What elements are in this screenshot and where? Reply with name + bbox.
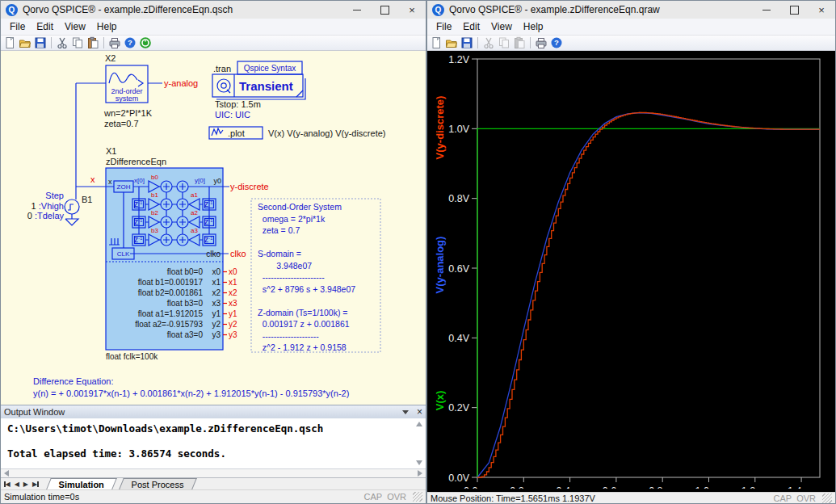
scroll-up-icon[interactable]: [416, 422, 422, 426]
trace-label-vydiscrete[interactable]: V(y-discrete): [434, 96, 446, 160]
menu-item-view[interactable]: View: [59, 19, 91, 34]
maximize-button[interactable]: [371, 1, 398, 19]
trace-label-vyanalog[interactable]: V(y-analog): [434, 237, 446, 294]
x2-param-wn[interactable]: wn=2*PI*1K: [103, 108, 153, 118]
horizontal-scrollbar[interactable]: [1, 469, 426, 477]
tab-prev-button[interactable]: ◀: [15, 481, 19, 488]
net-label-y-analog[interactable]: y-analog: [164, 78, 198, 88]
tran-tstop: Tstop: 1.5m: [215, 99, 261, 109]
x-tick-label: 0.8ms: [649, 485, 676, 489]
menu-item-edit[interactable]: Edit: [457, 19, 485, 34]
print-icon[interactable]: [535, 36, 548, 49]
net-label-y1[interactable]: y1: [229, 309, 237, 318]
console-output[interactable]: C:\Users\timot\Downloads\example.zDiffer…: [1, 418, 426, 469]
net-label-x2[interactable]: x2: [229, 288, 237, 297]
info-box[interactable]: Second-Order System omega = 2*pi*1k zeta…: [251, 199, 380, 352]
plot-directive[interactable]: .plot V(x) V(y-analog) V(y-discrete): [209, 127, 385, 139]
tab-post-process[interactable]: Post Process: [119, 478, 196, 489]
float-declaration: float b2=0.001861: [138, 288, 204, 297]
cut-icon[interactable]: [482, 36, 495, 49]
diff-eq-title[interactable]: Difference Equation:: [33, 376, 113, 386]
float-declaration: float a2=-0.915793: [135, 320, 203, 329]
plot-svg[interactable]: 0.0V0.2V0.4V0.6V0.8V1.0V1.2V0.0ms0.2ms0.…: [427, 51, 835, 489]
scroll-left-icon[interactable]: [4, 470, 9, 477]
tab-next-button[interactable]: ▶: [23, 481, 28, 488]
trace-vyanalog[interactable]: [477, 113, 820, 478]
new-file-icon[interactable]: [430, 36, 443, 49]
close-button[interactable]: ×: [808, 1, 835, 19]
scroll-right-icon[interactable]: [418, 470, 422, 477]
resize-grip[interactable]: [413, 492, 422, 502]
schematic-svg[interactable]: X2 2nd-order system wn=2*PI*1K zeta=0.7 …: [1, 51, 426, 405]
x2-param-zeta[interactable]: zeta=0.7: [104, 119, 139, 128]
schematic-canvas[interactable]: X2 2nd-order system wn=2*PI*1K zeta=0.7 …: [1, 51, 426, 405]
b-coeff-label: b1: [151, 191, 158, 199]
save-icon[interactable]: [460, 36, 473, 49]
minimize-button[interactable]: [343, 1, 371, 19]
float-pin: y2: [212, 320, 221, 329]
open-icon[interactable]: [445, 36, 458, 49]
net-label-y-discrete[interactable]: y-discrete: [230, 182, 269, 191]
menu-item-file[interactable]: File: [4, 19, 31, 34]
menu-item-help[interactable]: Help: [91, 19, 123, 34]
help-icon[interactable]: ?: [550, 36, 563, 49]
menu-item-edit[interactable]: Edit: [31, 19, 59, 34]
b-coeff-label: b0: [151, 174, 158, 181]
help-icon[interactable]: ?: [124, 36, 137, 49]
run-icon[interactable]: [139, 36, 152, 49]
net-label-x[interactable]: x: [90, 174, 95, 184]
net-label-clko[interactable]: clko: [230, 249, 246, 258]
tran-directive[interactable]: .tran Qspice Syntax Transient Tstop: 1.5…: [212, 61, 305, 120]
scroll-down-icon[interactable]: [416, 460, 422, 465]
toolbar: ?: [1, 36, 426, 51]
net-label-y2[interactable]: y2: [229, 320, 237, 329]
net-label-x1[interactable]: x1: [229, 278, 237, 287]
titlebar[interactable]: Q Qorvo QSPICE® - example.zDifferenceEqn…: [427, 1, 835, 19]
b1-vhigh[interactable]: 1 :Vhigh: [32, 201, 64, 211]
print-icon[interactable]: [108, 36, 121, 49]
output-close-icon[interactable]: ×: [417, 408, 422, 416]
dropdown-caret-icon[interactable]: [402, 410, 409, 414]
waveform-plot-canvas[interactable]: 0.0V0.2V0.4V0.6V0.8V1.0V1.2V0.0ms0.2ms0.…: [427, 51, 835, 492]
x-tick-label: 0.2ms: [510, 485, 537, 489]
minimize-button[interactable]: [753, 1, 780, 19]
window-title: Qorvo QSPICE® - example.zDifferenceEqn.q…: [23, 4, 343, 15]
output-window-header[interactable]: Output Window ×: [1, 405, 426, 418]
resize-grip[interactable]: [822, 494, 832, 503]
x1-component[interactable]: X1 zDifferenceEqn x ZOH x[0] y[0] y0 CLK…: [106, 146, 237, 361]
net-label-y3[interactable]: y3: [229, 330, 237, 339]
save-icon[interactable]: [34, 36, 47, 49]
trace-vydiscrete[interactable]: [477, 113, 820, 478]
trace-vx[interactable]: [477, 128, 820, 477]
b1-step-label: Step: [45, 191, 64, 200]
net-label-x0[interactable]: x0: [229, 267, 237, 276]
cut-icon[interactable]: [56, 36, 69, 49]
copy-icon[interactable]: [498, 36, 510, 49]
new-file-icon[interactable]: [3, 36, 16, 49]
menu-item-view[interactable]: View: [485, 19, 518, 34]
float-declaration: float b0=0: [167, 267, 204, 276]
menu-item-help[interactable]: Help: [518, 19, 549, 34]
tab-first-button[interactable]: ◀: [4, 481, 11, 488]
x2-component[interactable]: X2 2nd-order system wn=2*PI*1K zeta=0.7: [103, 53, 153, 128]
diff-eq-text[interactable]: y(n) = + 0.001917*x(n-1) + 0.001861*x(n-…: [33, 388, 349, 398]
maximize-button[interactable]: [780, 1, 808, 19]
net-label-x3[interactable]: x3: [229, 299, 237, 308]
open-icon[interactable]: [19, 36, 32, 49]
tran-tab: Qspice Syntax: [244, 64, 296, 73]
paste-icon[interactable]: [513, 36, 526, 49]
close-button[interactable]: ×: [398, 1, 426, 19]
menu-item-file[interactable]: File: [431, 19, 457, 34]
b1-source[interactable]: B1 Step 1 :Vhigh 0 :Tdelay: [27, 191, 93, 225]
copy-icon[interactable]: [71, 36, 84, 49]
x1-fclk[interactable]: float fclk=100k: [106, 352, 158, 361]
trace-label-vx[interactable]: V(x): [434, 391, 446, 411]
tab-simulation[interactable]: Simulation: [46, 478, 117, 489]
tab-last-button[interactable]: ▶: [32, 481, 39, 488]
y-tick-label: 1.2V: [448, 54, 469, 65]
status-bar: Mouse Position: Time=1.5651ms 1.1937V CA…: [427, 492, 835, 503]
titlebar[interactable]: Q Qorvo QSPICE® - example.zDifferenceEqn…: [1, 1, 426, 19]
b-coeff-label: b2: [151, 209, 158, 216]
paste-icon[interactable]: [86, 36, 99, 49]
b1-tdelay[interactable]: 0 :Tdelay: [27, 211, 65, 220]
